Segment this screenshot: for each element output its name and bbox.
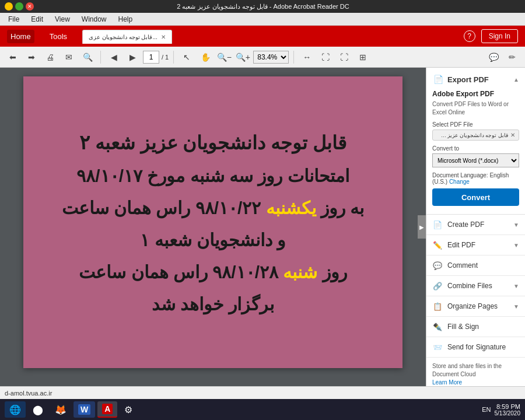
taskbar-word[interactable]: W: [74, 401, 95, 418]
doc-language-label: Document Language:: [432, 172, 488, 178]
website-url: d-amol.tvua.ac.ir: [5, 390, 52, 397]
taskbar-tray: EN 8:59 PM 5/13/2020: [482, 403, 520, 416]
page-total: / 1: [162, 54, 169, 61]
menu-window[interactable]: Window: [77, 14, 111, 24]
fill-sign-label: Fill & Sign: [447, 323, 479, 331]
forward-button[interactable]: ➡: [23, 49, 40, 65]
combine-files-label: Combine Files: [447, 282, 492, 290]
comment-label: Comment: [447, 261, 478, 270]
organize-pages-label: Organize Pages: [447, 302, 498, 310]
comment-icon[interactable]: 💬: [485, 49, 502, 65]
right-panel: 📄 Export PDF ▲ Adobe Export PDF Convert …: [426, 68, 525, 386]
combine-files-icon: 🔗: [432, 281, 443, 291]
next-page-button[interactable]: ▶: [124, 49, 141, 65]
zoom-out-button[interactable]: 🔍−: [216, 49, 232, 65]
search-button[interactable]: 🔍: [79, 49, 96, 65]
taskbar-chrome[interactable]: ⬤: [28, 401, 48, 418]
convert-to-select[interactable]: Microsoft Word (*.docx): [432, 153, 519, 167]
help-icon[interactable]: ?: [464, 30, 475, 42]
fit-width-button[interactable]: ↔: [299, 49, 315, 65]
chrome-icon: ⬤: [33, 404, 43, 415]
organize-pages-icon: 📋: [432, 301, 443, 312]
taskbar-time: 8:59 PM: [496, 403, 520, 410]
draw-button[interactable]: ✏: [504, 49, 520, 65]
nav-tools[interactable]: Tools: [46, 30, 71, 43]
tools-button[interactable]: ⊞: [355, 49, 371, 65]
minimize-button[interactable]: [5, 2, 13, 10]
export-pdf-chevron[interactable]: ▲: [513, 76, 519, 83]
panel-item-send-signature[interactable]: 📨 Send for Signature: [426, 337, 525, 358]
hand-button[interactable]: ✋: [197, 49, 214, 65]
panel-item-left-organize: 📋 Organize Pages: [432, 301, 498, 312]
print-button[interactable]: 🖨: [42, 49, 58, 65]
menu-view[interactable]: View: [50, 14, 75, 24]
sign-in-button[interactable]: Sign In: [481, 29, 518, 43]
other-app-icon: ⚙: [124, 404, 132, 415]
window-title: قابل توجه دانشجویان عزیز شعبه 2 - Adobe …: [34, 3, 492, 10]
back-button[interactable]: ⬅: [5, 49, 21, 65]
panel-item-combine[interactable]: 🔗 Combine Files ▼: [426, 276, 525, 296]
panel-item-left-combine: 🔗 Combine Files: [432, 281, 492, 291]
panel-item-left-fill-sign: ✒️ Fill & Sign: [432, 321, 479, 332]
taskbar-other[interactable]: ⚙: [120, 401, 137, 418]
taskbar-acrobat[interactable]: A: [97, 401, 117, 418]
tab-label: قابل توجه دانشجویان عزی...: [89, 34, 158, 40]
separator-1: [100, 51, 101, 64]
panel-item-fill-sign[interactable]: ✒️ Fill & Sign: [426, 317, 525, 337]
selected-file-name: قابل توجه دانشجویان عزیز شعبه 2.pdX: [436, 132, 508, 138]
document-language: Document Language: English (U.S.) Change: [432, 172, 519, 185]
export-pdf-header[interactable]: 📄 Export PDF ▲: [432, 74, 519, 85]
firefox-icon: 🦊: [55, 404, 66, 415]
create-pdf-icon: 📄: [432, 219, 443, 230]
lang-indicator[interactable]: EN: [482, 406, 491, 413]
pdf-viewer[interactable]: ▶ قابل توجه دانشجویان عزیز شعبه ۲ امتحان…: [0, 68, 426, 386]
menu-file[interactable]: File: [4, 14, 24, 24]
pointer-button[interactable]: ↖: [178, 49, 195, 65]
zoom-select[interactable]: 83.4%: [253, 51, 289, 64]
panel-item-create-pdf[interactable]: 📄 Create PDF ▼: [426, 215, 525, 235]
panel-item-organize[interactable]: 📋 Organize Pages ▼: [426, 296, 525, 317]
menu-edit[interactable]: Edit: [26, 14, 48, 24]
tab-close-icon[interactable]: ✕: [161, 34, 166, 40]
email-button[interactable]: ✉: [61, 49, 77, 65]
learn-more-link[interactable]: Learn More: [432, 379, 462, 386]
convert-button[interactable]: Convert: [432, 188, 519, 206]
pdf-line-2: امتحانات روز سه شنبه مورخ ۹۸/۱۰/۱۷: [76, 166, 349, 186]
close-button[interactable]: ✕: [26, 2, 34, 10]
panel-item-edit-pdf[interactable]: ✏️ Edit PDF ▼: [426, 235, 525, 256]
page-input[interactable]: [143, 51, 159, 64]
collapse-panel-arrow[interactable]: ▶: [418, 215, 426, 239]
maximize-button[interactable]: [15, 2, 23, 10]
fullscreen-button[interactable]: ⛶: [336, 49, 352, 65]
fit-page-button[interactable]: ⛶: [317, 49, 334, 65]
edit-pdf-chevron: ▼: [513, 242, 519, 249]
nav-home[interactable]: Home: [7, 30, 34, 43]
zoom-in-button[interactable]: 🔍+: [235, 49, 251, 65]
export-pdf-main-title: Export PDF: [447, 75, 489, 84]
adobe-export-description: Convert PDF Files to Word or Excel Onlin…: [432, 100, 519, 117]
pdf-page: قابل توجه دانشجویان عزیز شعبه ۲ امتحانات…: [23, 76, 402, 368]
remove-file-icon[interactable]: ✕: [510, 132, 515, 138]
menubar: File Edit View Window Help: [0, 13, 525, 26]
taskbar-ie[interactable]: 🌐: [5, 401, 26, 418]
titlebar: ✕ قابل توجه دانشجویان عزیز شعبه 2 - Adob…: [0, 0, 525, 13]
ie-icon: 🌐: [9, 404, 21, 415]
panel-item-left-edit-pdf: ✏️ Edit PDF: [432, 240, 475, 250]
acrobat-icon: A: [102, 404, 113, 414]
change-language-link[interactable]: Change: [449, 178, 470, 185]
prev-page-button[interactable]: ◀: [106, 49, 122, 65]
highlight-shanbeh: شنبه: [283, 262, 317, 282]
selected-file-pill[interactable]: قابل توجه دانشجویان عزیز شعبه 2.pdX ✕: [432, 130, 519, 141]
taskbar-firefox[interactable]: 🦊: [50, 401, 71, 418]
panel-bottom-text: Store and share files in the Document Cl…: [426, 358, 525, 386]
adobe-export-title: Adobe Export PDF: [432, 90, 519, 98]
menu-help[interactable]: Help: [114, 14, 138, 24]
panel-item-left-comment: 💬 Comment: [432, 260, 478, 271]
pdf-line-4: و دانشجویان شعبه ۱: [140, 230, 285, 250]
panel-item-comment[interactable]: 💬 Comment: [426, 256, 525, 276]
highlight-yekshanbeh: یکشنبه: [266, 198, 316, 218]
create-pdf-chevron: ▼: [513, 222, 519, 228]
active-tab[interactable]: قابل توجه دانشجویان عزی... ✕: [82, 30, 172, 44]
window-controls[interactable]: ✕: [5, 2, 34, 10]
cloud-storage-text: Store and share files in the Document Cl…: [432, 363, 502, 377]
